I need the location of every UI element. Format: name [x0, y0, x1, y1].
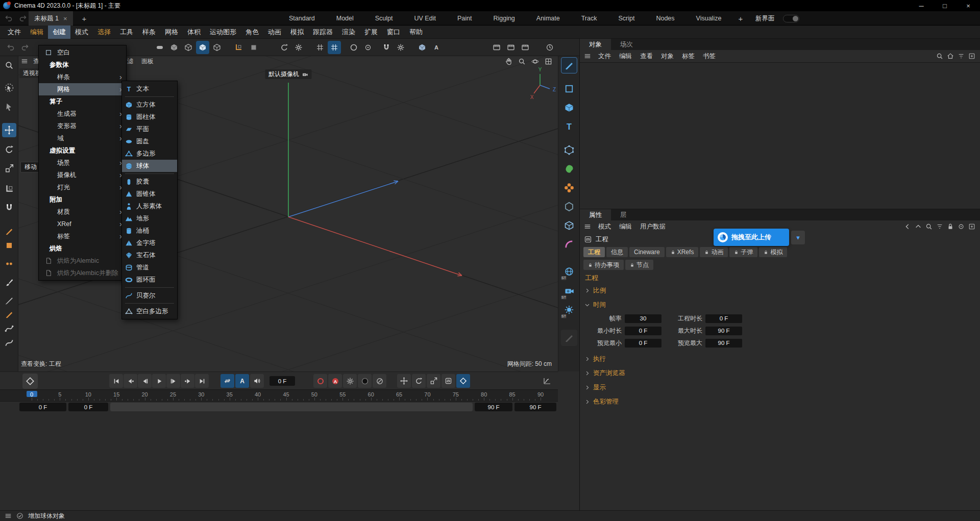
zoom-view-icon[interactable] — [518, 57, 526, 66]
attribute-manager-menu-item[interactable]: 编辑 — [615, 220, 636, 233]
menubar-item[interactable]: 窗口 — [382, 26, 405, 39]
viewport-menu-item[interactable]: 面板 — [137, 56, 158, 66]
keyframe-selection-icon[interactable] — [358, 374, 372, 388]
menubar-item[interactable]: 选择 — [93, 26, 115, 39]
menubar-item[interactable]: 动画 — [263, 26, 286, 39]
menubar-item[interactable]: 体积 — [183, 26, 205, 39]
cube-outline-icon[interactable] — [182, 41, 195, 54]
layout-tab[interactable]: Script — [607, 11, 645, 26]
current-frame-field[interactable]: 0 F — [270, 376, 295, 386]
snap-magnet-icon[interactable] — [380, 41, 393, 54]
light-object-icon[interactable]: ST — [561, 302, 577, 318]
create-menu-item[interactable]: XRef› — [39, 218, 126, 230]
sound-toggle-icon[interactable] — [250, 374, 264, 388]
metaball-object-icon[interactable] — [561, 161, 577, 177]
spline-pen-icon[interactable] — [561, 57, 577, 73]
object-manager-menu-item[interactable]: 文件 — [594, 50, 615, 62]
next-key-icon[interactable] — [181, 374, 194, 388]
lock-icon[interactable] — [946, 222, 954, 231]
next-frame-icon[interactable] — [166, 374, 180, 388]
sky-object-icon[interactable]: ST — [561, 263, 577, 280]
render-view-icon[interactable] — [490, 41, 503, 54]
coordinate-system-icon[interactable] — [278, 41, 291, 54]
filter-icon[interactable] — [935, 222, 944, 231]
mesh-submenu-item[interactable]: 圆环面 — [122, 274, 177, 286]
mesh-submenu-item[interactable]: 金字塔 — [122, 237, 177, 249]
mesh-submenu-item[interactable]: 圆锥体 — [122, 188, 177, 200]
text-primitive-icon[interactable]: T — [561, 118, 577, 135]
redo-icon[interactable] — [18, 41, 32, 54]
new-ui-toggle[interactable] — [783, 15, 799, 22]
timeline-graph-button[interactable] — [540, 374, 554, 388]
menubar-item[interactable]: 扩展 — [360, 26, 382, 39]
layout-tab[interactable]: Track — [571, 11, 608, 26]
previous-key-icon[interactable] — [124, 374, 137, 388]
range-end-handle[interactable]: 90 F — [475, 403, 512, 411]
new-panel-icon[interactable] — [967, 222, 976, 231]
scale-tool-icon[interactable] — [2, 161, 16, 176]
no-keyframe-icon[interactable] — [373, 374, 386, 388]
mesh-submenu-item[interactable]: 立方体 — [122, 98, 177, 111]
mesh-submenu-item[interactable]: 球体 — [122, 160, 177, 172]
create-menu-item[interactable]: 生成器› — [39, 108, 126, 120]
grid-icon[interactable] — [313, 41, 327, 54]
mesh-submenu-item[interactable]: 平面 — [122, 123, 177, 135]
play-icon[interactable] — [152, 374, 166, 388]
autokeying-icon[interactable]: A — [328, 374, 342, 388]
menubar-item[interactable]: 创建 — [48, 26, 70, 39]
range-start-field[interactable]: 0 F — [19, 403, 66, 411]
mesh-submenu-item[interactable]: 贝赛尔 — [122, 289, 177, 302]
attribute-manager-tab[interactable]: 属性 — [580, 209, 611, 220]
menubar-item[interactable]: 渲染 — [337, 26, 360, 39]
attribute-tab-button[interactable]: 待办事项 — [583, 260, 624, 270]
render-settings-icon[interactable] — [519, 41, 532, 54]
layout-tab[interactable]: UV Edit — [404, 11, 447, 26]
create-menu-item[interactable]: 网格› — [39, 83, 126, 95]
field-value[interactable]: 0 F — [705, 314, 742, 323]
material-pen-icon[interactable] — [561, 330, 577, 346]
render-target-icon[interactable] — [361, 41, 375, 54]
attribute-section-header[interactable]: 显示 — [580, 381, 980, 394]
previous-frame-icon[interactable] — [138, 374, 152, 388]
cube-selected-icon[interactable] — [196, 41, 209, 54]
create-menu-item[interactable]: 摄像机› — [39, 169, 126, 181]
workplane-axis-icon[interactable] — [232, 41, 245, 54]
mesh-submenu-item[interactable]: 圆柱体 — [122, 111, 177, 123]
spline-arc-icon[interactable] — [2, 336, 16, 350]
attribute-manager-menu-item[interactable]: 模式 — [594, 220, 615, 233]
attribute-tab-button[interactable]: 信息 — [606, 247, 628, 257]
create-menu-item[interactable]: 烘焙为Alembic并删除 — [39, 267, 126, 279]
attribute-section-header[interactable]: 资产浏览器 — [580, 366, 980, 380]
object-manager-menu-item[interactable]: 查看 — [636, 50, 657, 62]
spline-rectangle-icon[interactable] — [561, 81, 577, 97]
create-menu-item[interactable]: 灯光› — [39, 181, 126, 193]
history-up-icon[interactable] — [914, 222, 922, 231]
create-menu-item[interactable]: 空白 — [39, 46, 126, 59]
render-picture-viewer-icon[interactable] — [504, 41, 518, 54]
object-manager-menu-icon[interactable] — [583, 52, 592, 61]
create-menu-item[interactable]: 材质› — [39, 206, 126, 218]
move-tool-icon[interactable] — [2, 123, 16, 137]
camera-object-icon[interactable]: ST — [561, 283, 577, 299]
create-menu-item[interactable]: 场景› — [39, 157, 126, 169]
undo-icon[interactable] — [4, 41, 17, 54]
attribute-section-header[interactable]: 比例 — [580, 284, 980, 297]
selection-cursor-icon[interactable] — [2, 100, 16, 114]
cube-primitive-icon[interactable] — [561, 100, 577, 116]
capsule-primitive-icon[interactable] — [153, 41, 166, 54]
camera-label[interactable]: 默认摄像机 — [265, 69, 311, 79]
volume-builder-icon[interactable] — [561, 199, 577, 215]
history-back-icon[interactable] — [3, 13, 14, 24]
attribute-tab-button[interactable]: 动画 — [700, 247, 728, 257]
history-forward-icon[interactable] — [17, 13, 29, 24]
search-icon[interactable] — [935, 52, 944, 61]
attribute-section-header[interactable]: 执行 — [580, 352, 980, 365]
rounded-cube-icon[interactable] — [167, 41, 181, 54]
brush-tool-icon[interactable] — [2, 276, 16, 290]
object-list[interactable] — [580, 62, 980, 209]
workplane-tool-icon[interactable] — [2, 182, 16, 196]
menubar-item[interactable]: 跟踪器 — [308, 26, 337, 39]
menubar-item[interactable]: 样条 — [138, 26, 160, 39]
attribute-tab-button[interactable]: 子弹 — [729, 247, 757, 257]
timeline-ruler[interactable]: 051015202530354045505560657075808590 — [0, 389, 558, 402]
